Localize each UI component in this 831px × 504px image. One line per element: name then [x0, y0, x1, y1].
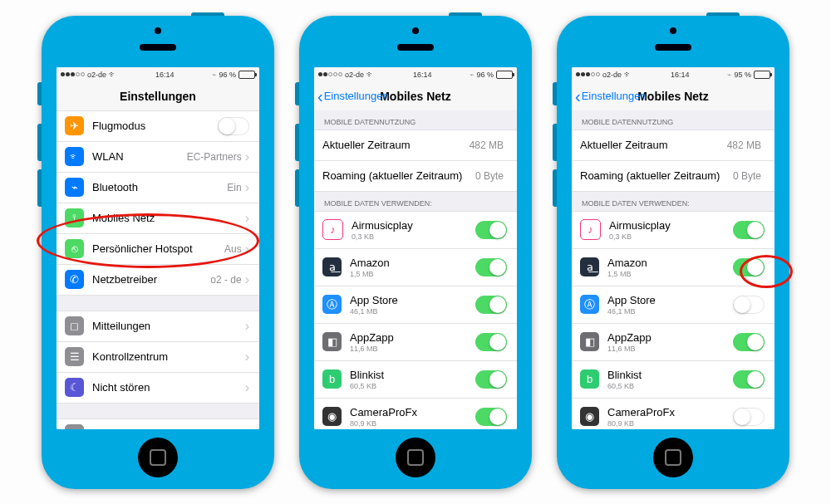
section-header: MOBILE DATENNUTZUNG [572, 110, 774, 130]
row-value: EC-Partners [187, 151, 242, 163]
tutorial-triptych: o2-deᯤ 16:14 ⌁96 % Einstellungen ✈Flugmo… [0, 0, 831, 504]
usage-value: 482 MB [727, 139, 761, 151]
app-data-row: a͟Amazon1,5 MB [572, 249, 774, 286]
row-icon: ⎋ [65, 239, 84, 258]
row-icon: ☰ [65, 347, 84, 366]
app-name: AppZapp [350, 331, 475, 344]
usage-value: 0 Byte [733, 170, 761, 182]
home-button[interactable] [396, 438, 435, 477]
app-data-toggle[interactable] [475, 296, 507, 314]
status-bar: o2-deᯤ 16:14 ⌁96 % [57, 67, 259, 82]
app-data-toggle[interactable] [475, 370, 507, 389]
settings-row-nicht-stören[interactable]: ☾Nicht stören› [57, 373, 259, 404]
app-icon: a͟ [322, 257, 342, 276]
nav-bar: ‹Einstellungen Mobiles Netz [314, 82, 517, 111]
row-label: Allgemein [92, 428, 245, 429]
chevron-right-icon: › [245, 350, 249, 365]
app-data-size: 46,1 MB [607, 307, 733, 316]
app-data-size: 46,1 MB [350, 307, 475, 316]
settings-row-allgemein[interactable]: ⚙Allgemein› [57, 418, 259, 429]
row-label: Flugmodus [92, 120, 218, 132]
app-icon: a͟ [580, 257, 599, 276]
app-name: Airmusicplay [352, 219, 475, 232]
usage-label: Roaming (aktueller Zeitraum) [580, 169, 733, 182]
app-data-toggle[interactable] [475, 258, 507, 276]
chevron-right-icon: › [245, 242, 249, 257]
row-value: Aus [224, 243, 242, 255]
app-data-toggle[interactable] [733, 408, 765, 426]
home-button[interactable] [653, 438, 693, 477]
row-icon: ◻ [65, 316, 84, 335]
settings-row-mobiles-netz[interactable]: ⟟Mobiles Netz› [57, 203, 259, 234]
app-data-size: 0,3 KB [609, 232, 733, 241]
app-name: Amazon [607, 257, 733, 269]
app-data-row: ♪Airmusicplay0,3 KB [314, 211, 517, 249]
app-icon: ♪ [580, 219, 601, 240]
nav-bar: ‹Einstellungen Mobiles Netz [572, 82, 774, 111]
app-data-toggle[interactable] [733, 296, 765, 314]
app-icon: ♪ [322, 219, 343, 240]
settings-row-mitteilungen[interactable]: ◻Mitteilungen› [57, 311, 259, 342]
row-label: WLAN [92, 150, 187, 163]
chevron-right-icon: › [245, 211, 249, 226]
app-icon: ◧ [580, 332, 599, 351]
phone-frame-2: o2-deᯤ 16:14 ⌁96 % ‹Einstellungen Mobile… [299, 16, 532, 489]
app-icon: b [322, 369, 342, 389]
row-label: Persönlicher Hotspot [92, 242, 224, 255]
app-data-toggle[interactable] [475, 221, 507, 239]
app-data-size: 11,6 MB [350, 345, 475, 353]
toggle[interactable] [218, 117, 249, 135]
row-icon: ⚙ [65, 424, 84, 429]
app-data-row: ⒶApp Store46,1 MB [314, 286, 517, 324]
app-data-toggle[interactable] [475, 408, 507, 426]
row-value: Ein [227, 182, 241, 193]
chevron-right-icon: › [245, 427, 249, 429]
back-button[interactable]: ‹Einstellungen [575, 90, 647, 102]
status-bar: o2-deᯤ 16:14 ⌁95 % [572, 67, 774, 82]
usage-value: 0 Byte [475, 170, 504, 182]
settings-row-persönlicher-hotspot[interactable]: ⎋Persönlicher HotspotAus› [57, 234, 259, 265]
app-data-toggle[interactable] [733, 333, 765, 351]
app-data-row: bBlinkist60,5 KB [572, 361, 774, 399]
app-data-size: 60,5 KB [350, 382, 475, 390]
chevron-right-icon: › [245, 380, 249, 395]
settings-row-bluetooth[interactable]: ⌁BluetoothEin› [57, 173, 259, 203]
app-icon: ◉ [580, 407, 599, 426]
app-name: App Store [607, 294, 733, 306]
usage-row: Roaming (aktueller Zeitraum)0 Byte [572, 161, 774, 192]
section-header: MOBILE DATENNUTZUNG [314, 110, 517, 130]
usage-label: Roaming (aktueller Zeitraum) [322, 169, 475, 182]
app-data-row: ◉CameraProFx80,9 KB [572, 399, 774, 429]
row-icon: ✈ [65, 116, 84, 135]
wifi-icon: ᯤ [109, 70, 117, 79]
chevron-right-icon: › [245, 319, 249, 334]
row-icon: ☾ [65, 378, 84, 397]
app-data-size: 80,9 KB [607, 419, 733, 428]
row-label: Bluetooth [92, 181, 227, 193]
app-icon: b [580, 369, 599, 389]
app-name: CameraProFx [350, 406, 475, 418]
row-label: Netzbetreiber [92, 273, 210, 286]
app-data-size: 1,5 MB [607, 270, 733, 278]
app-data-toggle[interactable] [475, 333, 507, 351]
app-data-toggle[interactable] [733, 221, 765, 239]
chevron-right-icon: › [245, 272, 249, 287]
app-data-row: ⒶApp Store46,1 MB [572, 286, 774, 324]
settings-row-netzbetreiber[interactable]: ✆Netzbetreibero2 - de› [57, 265, 259, 296]
back-button[interactable]: ‹Einstellungen [317, 90, 389, 102]
row-value: o2 - de [210, 274, 241, 286]
row-label: Mobiles Netz [92, 212, 245, 224]
app-data-size: 60,5 KB [607, 382, 733, 390]
usage-label: Aktueller Zeitraum [322, 139, 470, 151]
app-data-row: ◉CameraProFx80,9 KB [314, 399, 517, 429]
row-icon: ᯤ [65, 147, 84, 166]
settings-row-wlan[interactable]: ᯤWLANEC-Partners› [57, 142, 259, 173]
chevron-right-icon: › [245, 180, 249, 195]
home-button[interactable] [138, 438, 178, 477]
app-data-toggle[interactable] [733, 258, 765, 276]
clock: 16:14 [155, 71, 175, 79]
settings-row-flugmodus: ✈Flugmodus [57, 110, 259, 142]
settings-row-kontrollzentrum[interactable]: ☰Kontrollzentrum› [57, 342, 259, 373]
app-data-row: bBlinkist60,5 KB [314, 361, 517, 399]
app-data-toggle[interactable] [733, 370, 765, 389]
